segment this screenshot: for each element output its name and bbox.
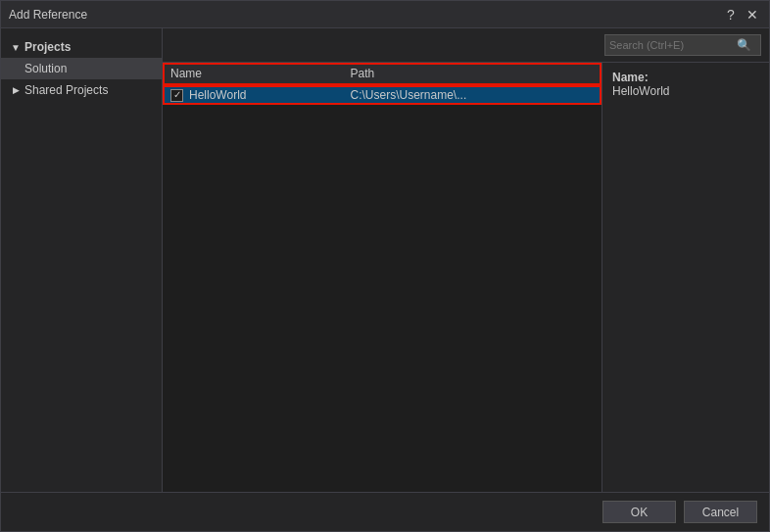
projects-label: Projects bbox=[24, 40, 71, 54]
table-row[interactable]: HelloWorld C:\Users\Username\... bbox=[163, 85, 602, 106]
details-panel: Name: HelloWorld bbox=[602, 63, 769, 492]
top-bar: 🔍 bbox=[163, 28, 769, 63]
main-content: Name Path bbox=[163, 63, 769, 492]
row-name: HelloWorld bbox=[189, 88, 246, 102]
row-checkbox[interactable] bbox=[170, 89, 183, 102]
details-name-label: Name: bbox=[612, 71, 649, 84]
table-cell-name: HelloWorld bbox=[163, 85, 343, 106]
dialog-footer: OK Cancel bbox=[1, 492, 769, 531]
sidebar-item-shared-projects[interactable]: ▶ Shared Projects bbox=[1, 79, 162, 101]
title-bar: Add Reference ? ✕ bbox=[1, 1, 769, 28]
ok-button[interactable]: OK bbox=[602, 501, 676, 523]
table-header-row: Name Path bbox=[163, 63, 602, 85]
search-input[interactable] bbox=[609, 39, 737, 51]
help-button[interactable]: ? bbox=[722, 6, 740, 24]
table-cell-path: C:\Users\Username\... bbox=[343, 85, 602, 106]
sidebar: ▼ Projects Solution ▶ Shared Projects bbox=[1, 28, 163, 492]
solution-label: Solution bbox=[24, 62, 67, 75]
add-reference-dialog: Add Reference ? ✕ ▼ Projects Solution ▶ … bbox=[0, 0, 770, 532]
col-path: Path bbox=[343, 63, 602, 85]
reference-table: Name Path bbox=[163, 63, 602, 105]
shared-projects-label: Shared Projects bbox=[24, 83, 108, 97]
cancel-button[interactable]: Cancel bbox=[684, 501, 757, 523]
table-area: Name Path bbox=[163, 63, 602, 492]
checkbox-cell: HelloWorld bbox=[170, 88, 335, 102]
shared-projects-arrow: ▶ bbox=[9, 85, 23, 95]
details-name-value: HelloWorld bbox=[612, 84, 669, 98]
dialog-body: ▼ Projects Solution ▶ Shared Projects 🔍 bbox=[1, 28, 769, 492]
projects-section-header[interactable]: ▼ Projects bbox=[1, 36, 162, 58]
search-icon: 🔍 bbox=[737, 38, 751, 52]
col-name: Name bbox=[163, 63, 343, 85]
dialog-title: Add Reference bbox=[9, 8, 87, 22]
close-button[interactable]: ✕ bbox=[744, 6, 761, 24]
search-box[interactable]: 🔍 bbox=[604, 34, 761, 56]
title-controls: ? ✕ bbox=[722, 6, 761, 24]
projects-arrow: ▼ bbox=[9, 40, 23, 54]
right-panel: 🔍 Name Path bbox=[163, 28, 769, 492]
sidebar-item-solution[interactable]: Solution bbox=[1, 58, 162, 79]
